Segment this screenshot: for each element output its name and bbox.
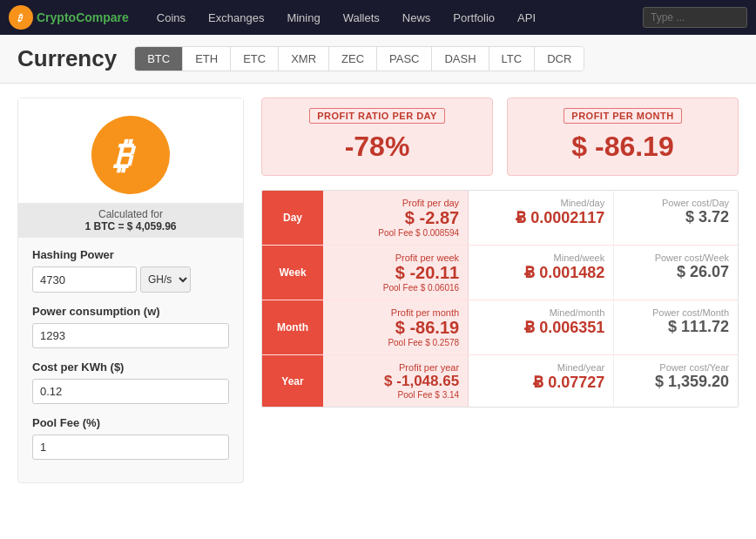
tab-zec[interactable]: ZEC bbox=[329, 47, 377, 71]
mined-day: Mined/day Ƀ 0.0002117 bbox=[469, 191, 614, 245]
nav-links: Coins Exchanges Mining Wallets News Port… bbox=[146, 0, 643, 35]
nav-exchanges[interactable]: Exchanges bbox=[198, 0, 274, 35]
cost-per-kwh-input[interactable] bbox=[32, 379, 229, 404]
table-row: Year Profit per year $ -1,048.65 Pool Fe… bbox=[262, 355, 738, 407]
page-title: Currency bbox=[17, 45, 117, 72]
tab-btc[interactable]: BTC bbox=[135, 47, 183, 71]
profit-month-value: $ -86.19 bbox=[522, 131, 724, 163]
power-week: Power cost/Week $ 26.07 bbox=[614, 246, 738, 300]
table-row: Day Profit per day $ -2.87 Pool Fee $ 0.… bbox=[262, 191, 738, 246]
nav-portfolio[interactable]: Portfolio bbox=[442, 0, 505, 35]
currency-tabs: BTC ETH ETC XMR ZEC PASC DASH LTC DCR bbox=[134, 46, 584, 71]
cost-per-kwh-label: Cost per KWh ($) bbox=[32, 360, 229, 374]
period-week: Week bbox=[262, 246, 323, 300]
coin-logo-area: ₿ bbox=[18, 98, 243, 203]
tab-ltc[interactable]: LTC bbox=[489, 47, 536, 71]
tab-dash[interactable]: DASH bbox=[432, 47, 489, 71]
hashing-power-input[interactable] bbox=[32, 266, 137, 293]
profit-month-title: PROFIT PER MONTH bbox=[564, 108, 681, 124]
currency-header: Currency BTC ETH ETC XMR ZEC PASC DASH L… bbox=[0, 35, 756, 84]
period-month: Month bbox=[262, 300, 323, 354]
logo-icon: ₿ bbox=[9, 5, 33, 30]
nav-mining[interactable]: Mining bbox=[276, 0, 330, 35]
profit-ratio-title: PROFIT RATIO PER DAY bbox=[309, 108, 445, 124]
logo-text: CryptoCompare bbox=[37, 10, 129, 24]
hashing-unit-select[interactable]: GH/s TH/s MH/s bbox=[140, 266, 191, 293]
period-year: Year bbox=[262, 355, 323, 407]
power-day: Power cost/Day $ 3.72 bbox=[614, 191, 738, 245]
nav-coins[interactable]: Coins bbox=[146, 0, 196, 35]
calculated-for: Calculated for 1 BTC = $ 4,059.96 bbox=[18, 203, 243, 238]
profit-week: Profit per week $ -20.11 Pool Fee $ 0.06… bbox=[323, 246, 469, 300]
period-day: Day bbox=[262, 191, 323, 245]
power-consumption-label: Power consumption (w) bbox=[32, 305, 229, 318]
logo[interactable]: ₿ CryptoCompare bbox=[9, 5, 129, 30]
mined-month: Mined/month Ƀ 0.006351 bbox=[469, 300, 614, 354]
profit-day: Profit per day $ -2.87 Pool Fee $ 0.0085… bbox=[323, 191, 469, 245]
left-panel: ₿ Calculated for 1 BTC = $ 4,059.96 Hash… bbox=[17, 98, 244, 483]
search-input[interactable] bbox=[643, 7, 747, 28]
profit-cards: PROFIT RATIO PER DAY -78% PROFIT PER MON… bbox=[261, 98, 739, 176]
table-row: Month Profit per month $ -86.19 Pool Fee… bbox=[262, 300, 738, 355]
right-panel: PROFIT RATIO PER DAY -78% PROFIT PER MON… bbox=[261, 98, 739, 483]
tab-dcr[interactable]: DCR bbox=[535, 47, 584, 71]
main-content: ₿ Calculated for 1 BTC = $ 4,059.96 Hash… bbox=[0, 84, 756, 497]
profit-ratio-card: PROFIT RATIO PER DAY -78% bbox=[261, 98, 493, 176]
profit-month-card: PROFIT PER MONTH $ -86.19 bbox=[507, 98, 739, 176]
power-month: Power cost/Month $ 111.72 bbox=[614, 300, 738, 354]
profit-month: Profit per month $ -86.19 Pool Fee $ 0.2… bbox=[323, 300, 469, 354]
profit-ratio-value: -78% bbox=[276, 131, 478, 163]
tab-etc[interactable]: ETC bbox=[231, 47, 279, 71]
nav-wallets[interactable]: Wallets bbox=[333, 0, 390, 35]
nav-api[interactable]: API bbox=[507, 0, 546, 35]
tab-eth[interactable]: ETH bbox=[183, 47, 231, 71]
tab-xmr[interactable]: XMR bbox=[279, 47, 329, 71]
profit-year: Profit per year $ -1,048.65 Pool Fee $ 3… bbox=[323, 355, 469, 407]
tab-pasc[interactable]: PASC bbox=[377, 47, 432, 71]
navbar: ₿ CryptoCompare Coins Exchanges Mining W… bbox=[0, 0, 756, 35]
data-table: Day Profit per day $ -2.87 Pool Fee $ 0.… bbox=[261, 190, 739, 408]
btc-logo: ₿ bbox=[91, 116, 170, 194]
pool-fee-label: Pool Fee (%) bbox=[32, 416, 229, 429]
input-section: Hashing Power GH/s TH/s MH/s Power consu… bbox=[18, 238, 243, 482]
power-consumption-input[interactable] bbox=[32, 323, 229, 348]
nav-news[interactable]: News bbox=[392, 0, 442, 35]
calculated-value: 1 BTC = $ 4,059.96 bbox=[24, 220, 238, 232]
mined-year: Mined/year Ƀ 0.07727 bbox=[469, 355, 614, 407]
table-row: Week Profit per week $ -20.11 Pool Fee $… bbox=[262, 246, 738, 300]
power-year: Power cost/Year $ 1,359.20 bbox=[614, 355, 738, 407]
pool-fee-input[interactable] bbox=[32, 435, 229, 460]
hashing-power-label: Hashing Power bbox=[32, 248, 229, 261]
mined-week: Mined/week Ƀ 0.001482 bbox=[469, 246, 614, 300]
